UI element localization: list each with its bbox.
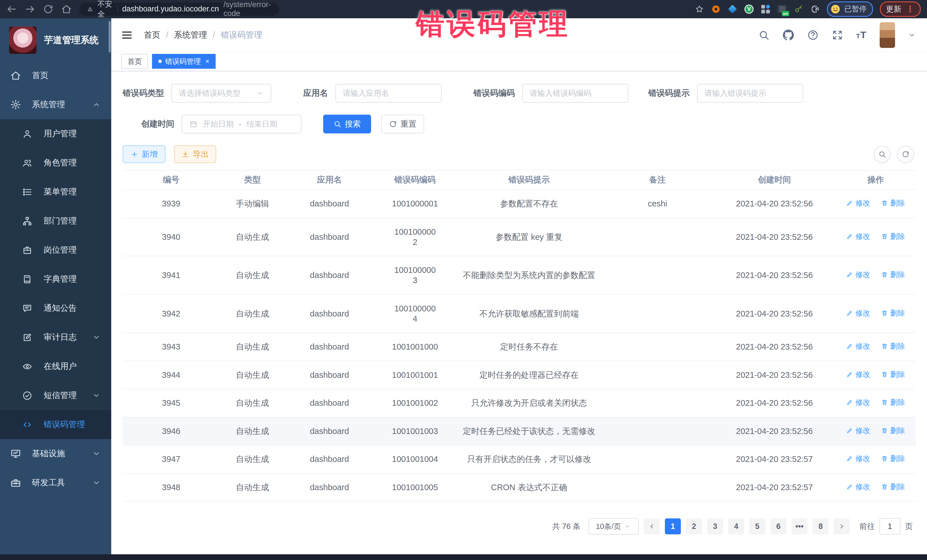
browser-home-icon[interactable] [61, 4, 72, 15]
bookmark-star-icon[interactable] [694, 4, 704, 14]
edit-link[interactable]: 修改 [846, 270, 870, 279]
delete-link[interactable]: 删除 [881, 370, 905, 379]
sidebar-item-0[interactable]: 首页 [0, 61, 111, 90]
extension-icon-key[interactable] [794, 4, 804, 14]
refresh-table-button[interactable] [897, 146, 914, 162]
reset-button[interactable]: 重置 [381, 115, 424, 134]
sidebar-item-9[interactable]: 审计日志 [0, 323, 111, 352]
sidebar-item-11[interactable]: 短信管理 [0, 381, 111, 410]
edit-link[interactable]: 修改 [846, 482, 870, 492]
delete-link[interactable]: 删除 [881, 426, 905, 436]
sidebar-item-1[interactable]: 系统管理 [0, 90, 111, 119]
back-icon[interactable] [6, 4, 17, 15]
edit-link[interactable]: 修改 [846, 370, 870, 379]
header-search-icon[interactable] [758, 29, 769, 41]
delete-link[interactable]: 删除 [881, 232, 905, 241]
font-size-icon[interactable]: TT [856, 29, 866, 41]
sidebar-item-12[interactable]: 错误码管理 [0, 410, 111, 439]
delete-link[interactable]: 删除 [881, 270, 905, 279]
error-hint-input[interactable]: 请输入错误码提示 [697, 84, 803, 103]
toggle-search-button[interactable] [874, 146, 891, 162]
page-button-8[interactable]: 8 [813, 518, 828, 534]
sidebar-scrollbar[interactable] [109, 21, 111, 52]
edit-link[interactable]: 修改 [846, 454, 870, 463]
page-button-4[interactable]: 4 [728, 518, 744, 534]
breadcrumb-system[interactable]: 系统管理 [174, 29, 207, 41]
page-button-3[interactable]: 3 [707, 518, 723, 534]
delete-link[interactable]: 删除 [881, 482, 905, 492]
page-size-select[interactable]: 10条/页 [588, 518, 639, 535]
delete-link[interactable]: 删除 [881, 341, 905, 351]
edit-link[interactable]: 修改 [846, 341, 870, 351]
tab-error-code[interactable]: 错误码管理 × [152, 54, 216, 69]
error-type-select[interactable]: 请选择错误码类型 [172, 84, 271, 103]
avatar-caret-down-icon[interactable] [908, 31, 916, 39]
forward-icon[interactable] [24, 4, 35, 15]
github-icon[interactable] [783, 29, 794, 41]
table-row[interactable]: 3942 自动生成 dashboard 1001000004 不允许获取敏感配置… [123, 295, 916, 333]
prev-page-button[interactable] [644, 518, 660, 534]
page-button-5[interactable]: 5 [749, 518, 765, 534]
help-icon[interactable] [807, 29, 819, 41]
export-button[interactable]: 导出 [174, 146, 216, 163]
sidebar-item-14[interactable]: 研发工具 [0, 468, 111, 497]
browser-update-button[interactable]: 更新 ⋮ [880, 2, 921, 17]
extension-icon-green-v[interactable]: V [744, 4, 754, 14]
extension-icon-gem[interactable] [728, 4, 737, 14]
browser-menu-icon[interactable]: ⋮ [906, 6, 915, 12]
sidebar-item-2[interactable]: 用户管理 [0, 119, 111, 148]
add-button[interactable]: 新增 [123, 146, 166, 163]
edit-link[interactable]: 修改 [846, 308, 870, 318]
table-row[interactable]: 3948 自动生成 dashboard 1001001005 CRON 表达式不… [123, 473, 916, 502]
page-button-6[interactable]: 6 [770, 518, 786, 534]
error-code-input[interactable]: 请输入错误码编码 [522, 84, 628, 103]
edit-link[interactable]: 修改 [846, 398, 870, 407]
table-row[interactable]: 3944 自动生成 dashboard 1001001001 定时任务的处理器已… [123, 361, 916, 390]
extension-icon-grid[interactable] [761, 4, 770, 14]
sidebar-item-8[interactable]: 通知公告 [0, 294, 111, 323]
table-row[interactable]: 3945 自动生成 dashboard 1001001002 只允许修改为开启或… [123, 389, 916, 417]
fullscreen-icon[interactable] [832, 29, 843, 41]
delete-link[interactable]: 删除 [881, 398, 905, 407]
user-avatar[interactable] [880, 22, 895, 48]
sidebar-item-10[interactable]: 在线用户 [0, 352, 111, 381]
page-button-•••[interactable]: ••• [792, 518, 807, 534]
reload-icon[interactable] [43, 4, 54, 15]
extension-icon-orange[interactable] [711, 4, 721, 14]
edit-link[interactable]: 修改 [846, 232, 870, 241]
profile-paused-badge[interactable]: 已暂停 [827, 2, 873, 17]
table-row[interactable]: 3947 自动生成 dashboard 1001001004 只有开启状态的任务… [123, 445, 916, 473]
sidebar-item-5[interactable]: 部门管理 [0, 206, 111, 235]
app-name-input[interactable]: 请输入应用名 [336, 84, 442, 103]
date-range-picker[interactable]: 开始日期 - 结束日期 [182, 115, 301, 134]
sidebar-item-7[interactable]: 字典管理 [0, 265, 111, 294]
sidebar-item-3[interactable]: 角色管理 [0, 148, 111, 178]
goto-page-input[interactable]: 1 [879, 518, 900, 535]
address-bar[interactable]: 不安全 dashboard.yudao.iocoder.cn/system/er… [79, 3, 279, 16]
table-row[interactable]: 3943 自动生成 dashboard 1001001000 定时任务不存在 2… [123, 333, 916, 361]
next-page-button[interactable] [834, 518, 850, 534]
extension-icon-on-badge[interactable]: on [777, 4, 787, 14]
table-row[interactable]: 3939 手动编辑 dashboard 1001000001 参数配置不存在 c… [123, 190, 916, 218]
extension-icon-puzzle[interactable] [810, 4, 820, 14]
table-row[interactable]: 3946 自动生成 dashboard 1001001003 定时任务已经处于该… [123, 417, 916, 446]
breadcrumb-home[interactable]: 首页 [144, 29, 160, 41]
delete-link[interactable]: 删除 [881, 454, 905, 463]
search-button[interactable]: 搜索 [323, 115, 371, 134]
edit-link[interactable]: 修改 [846, 426, 870, 436]
sidebar-item-6[interactable]: 岗位管理 [0, 235, 111, 265]
edit-link[interactable]: 修改 [846, 199, 870, 208]
tab-home[interactable]: 首页 [121, 54, 148, 69]
table-row[interactable]: 3940 自动生成 dashboard 1001000002 参数配置 key … [123, 218, 916, 256]
sidebar-item-4[interactable]: 菜单管理 [0, 178, 111, 206]
hamburger-icon[interactable] [121, 29, 133, 41]
page-button-2[interactable]: 2 [686, 518, 702, 534]
page-button-1[interactable]: 1 [665, 518, 681, 534]
table-row[interactable]: 3941 自动生成 dashboard 1001000003 不能删除类型为系统… [123, 256, 916, 295]
delete-link[interactable]: 删除 [881, 199, 905, 208]
delete-link[interactable]: 删除 [881, 308, 905, 318]
sidebar-item-label: 基础设施 [32, 448, 65, 459]
app-logo-row[interactable]: 芋道管理系统 [0, 18, 111, 61]
tab-close-icon[interactable]: × [205, 58, 209, 65]
sidebar-item-13[interactable]: 基础设施 [0, 439, 111, 468]
